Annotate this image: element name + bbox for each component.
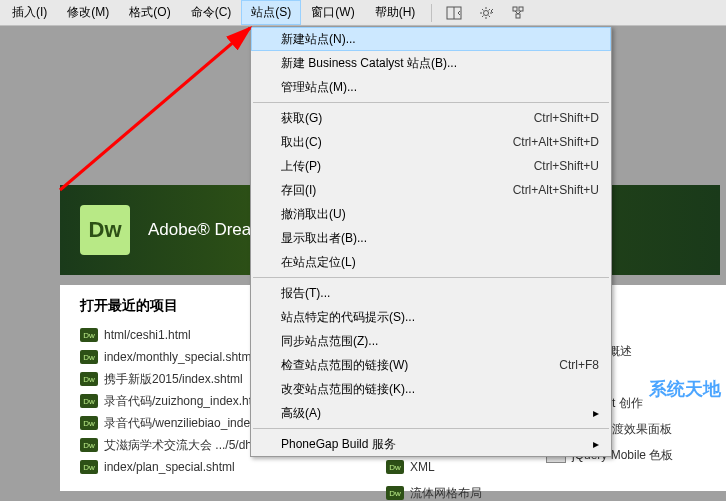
file-name: index/monthly_special.shtml (104, 350, 254, 364)
dropdown-item[interactable]: 管理站点(M)... (251, 75, 611, 99)
submenu-arrow-icon: ▸ (593, 437, 599, 451)
dropdown-item[interactable]: 改变站点范围的链接(K)... (251, 377, 611, 401)
dw-file-icon: Dw (386, 486, 404, 500)
dropdown-item-label: 报告(T)... (281, 285, 599, 302)
dropdown-item[interactable]: 取出(C)Ctrl+Alt+Shift+D (251, 130, 611, 154)
file-name: html/ceshi1.html (104, 328, 191, 342)
item-label: XML (410, 460, 435, 474)
sync-icon[interactable] (506, 2, 530, 24)
dropdown-item-label: 检查站点范围的链接(W) (281, 357, 559, 374)
dw-file-icon: Dw (80, 460, 98, 474)
dropdown-item-label: PhoneGap Build 服务 (281, 436, 585, 453)
dropdown-item[interactable]: 高级(A)▸ (251, 401, 611, 425)
site-dropdown-menu: 新建站点(N)...新建 Business Catalyst 站点(B)...管… (250, 26, 612, 457)
dropdown-item[interactable]: 同步站点范围(Z)... (251, 329, 611, 353)
menu-modify[interactable]: 修改(M) (57, 0, 119, 25)
svg-rect-4 (519, 7, 523, 11)
layout-icon[interactable] (442, 2, 466, 24)
file-name: index/plan_special.shtml (104, 460, 235, 474)
dropdown-item[interactable]: 获取(G)Ctrl+Shift+D (251, 106, 611, 130)
dropdown-shortcut: Ctrl+Alt+Shift+D (513, 135, 599, 149)
menu-site[interactable]: 站点(S) (241, 0, 301, 25)
menu-window[interactable]: 窗口(W) (301, 0, 364, 25)
menu-help[interactable]: 帮助(H) (365, 0, 426, 25)
file-name: 录音代码/zuizhong_index.htm (104, 393, 262, 410)
list-item[interactable]: DwXML (386, 456, 526, 478)
dw-file-icon: Dw (386, 460, 404, 474)
watermark: 系统天地 (649, 377, 721, 401)
dropdown-item-label: 显示取出者(B)... (281, 230, 599, 247)
dw-file-icon: Dw (80, 372, 98, 386)
dropdown-item[interactable]: PhoneGap Build 服务▸ (251, 432, 611, 456)
file-name: 携手新版2015/index.shtml (104, 371, 243, 388)
dropdown-shortcut: Ctrl+Shift+U (534, 159, 599, 173)
dropdown-item-label: 在站点定位(L) (281, 254, 599, 271)
dw-logo: Dw (80, 205, 130, 255)
menu-insert[interactable]: 插入(I) (2, 0, 57, 25)
submenu-arrow-icon: ▸ (593, 406, 599, 420)
dropdown-item-label: 改变站点范围的链接(K)... (281, 381, 599, 398)
svg-line-8 (60, 28, 250, 190)
dropdown-shortcut: Ctrl+F8 (559, 358, 599, 372)
dropdown-item-label: 站点特定的代码提示(S)... (281, 309, 599, 326)
menu-format[interactable]: 格式(O) (119, 0, 180, 25)
dw-file-icon: Dw (80, 416, 98, 430)
dropdown-item[interactable]: 新建 Business Catalyst 站点(B)... (251, 51, 611, 75)
dropdown-item-label: 新建站点(N)... (281, 31, 599, 48)
dropdown-item[interactable]: 新建站点(N)... (251, 27, 611, 51)
dropdown-item[interactable]: 存回(I)Ctrl+Alt+Shift+U (251, 178, 611, 202)
dropdown-item-label: 同步站点范围(Z)... (281, 333, 599, 350)
dropdown-item[interactable]: 在站点定位(L) (251, 250, 611, 274)
dropdown-separator (253, 102, 609, 103)
dw-file-icon: Dw (80, 394, 98, 408)
dropdown-item[interactable]: 显示取出者(B)... (251, 226, 611, 250)
menu-separator (431, 4, 432, 22)
dw-file-icon: Dw (80, 350, 98, 364)
item-label: 流体网格布局 (410, 485, 482, 502)
dropdown-item-label: 上传(P) (281, 158, 534, 175)
menu-command[interactable]: 命令(C) (181, 0, 242, 25)
menubar: 插入(I) 修改(M) 格式(O) 命令(C) 站点(S) 窗口(W) 帮助(H… (0, 0, 726, 26)
dropdown-item[interactable]: 检查站点范围的链接(W)Ctrl+F8 (251, 353, 611, 377)
svg-rect-3 (513, 7, 517, 11)
list-item[interactable]: Dw流体网格布局 (386, 482, 526, 501)
dropdown-item[interactable]: 报告(T)... (251, 281, 611, 305)
dropdown-shortcut: Ctrl+Alt+Shift+U (513, 183, 599, 197)
dropdown-item-label: 撤消取出(U) (281, 206, 599, 223)
dropdown-item-label: 取出(C) (281, 134, 513, 151)
dw-file-icon: Dw (80, 328, 98, 342)
gear-icon[interactable] (474, 2, 498, 24)
dropdown-shortcut: Ctrl+Shift+D (534, 111, 599, 125)
dropdown-item-label: 新建 Business Catalyst 站点(B)... (281, 55, 599, 72)
dropdown-item-label: 获取(G) (281, 110, 534, 127)
dropdown-separator (253, 428, 609, 429)
dw-file-icon: Dw (80, 438, 98, 452)
dropdown-item[interactable]: 撤消取出(U) (251, 202, 611, 226)
dropdown-item-label: 高级(A) (281, 405, 585, 422)
dropdown-item-label: 存回(I) (281, 182, 513, 199)
dropdown-item[interactable]: 上传(P)Ctrl+Shift+U (251, 154, 611, 178)
svg-point-2 (484, 10, 489, 15)
dropdown-item-label: 管理站点(M)... (281, 79, 599, 96)
annotation-arrow (55, 20, 275, 200)
dropdown-separator (253, 277, 609, 278)
svg-rect-5 (516, 14, 520, 18)
dropdown-item[interactable]: 站点特定的代码提示(S)... (251, 305, 611, 329)
